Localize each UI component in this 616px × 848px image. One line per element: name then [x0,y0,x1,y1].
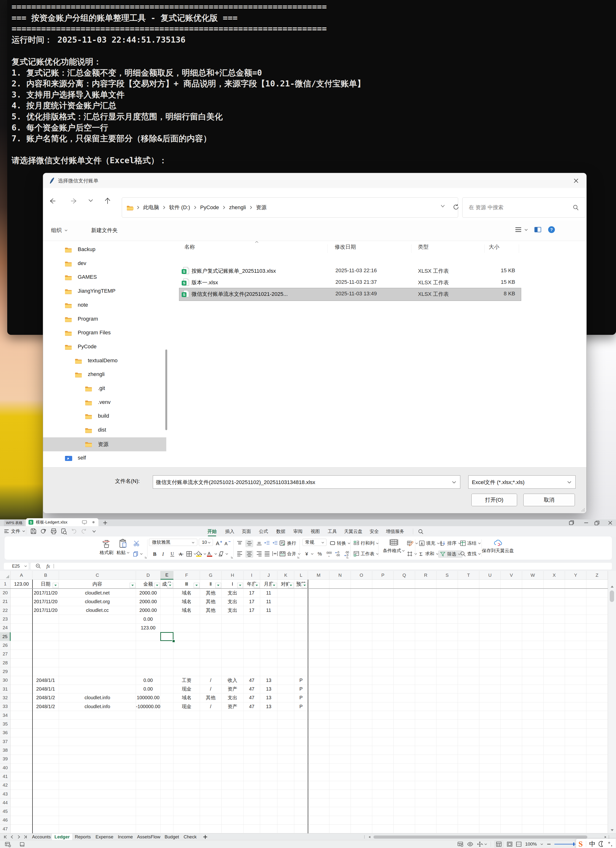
underline-button[interactable]: U [169,550,175,557]
cell-B34[interactable] [33,711,59,720]
cell-T40[interactable] [458,763,479,772]
filename-chevron-icon[interactable] [452,481,456,483]
cell-T24[interactable] [458,624,479,632]
cell-P31[interactable] [372,685,394,694]
cell-F38[interactable] [173,746,200,755]
cell-W1[interactable] [522,580,543,589]
cell-P26[interactable] [372,641,394,650]
cell-H26[interactable] [222,641,243,650]
cell-R47[interactable] [415,825,437,833]
cell-N43[interactable] [329,790,351,798]
cell-R29[interactable] [415,667,437,676]
cell-P25[interactable] [372,632,394,641]
cell-G45[interactable] [200,807,222,816]
cell-F20[interactable]: 域名 [173,589,200,597]
cell-R27[interactable] [415,650,437,658]
cell-W40[interactable] [522,763,543,772]
cell-S27[interactable] [437,650,458,658]
tree-scrollbar[interactable] [165,350,167,430]
cell-K45[interactable] [277,807,294,816]
cell-Z32[interactable] [586,694,608,702]
cell-A26[interactable] [10,641,33,650]
cell-E39[interactable] [160,755,173,763]
cell-H24[interactable] [222,624,243,632]
cell-R45[interactable] [415,807,437,816]
fill-button[interactable]: 填充 [419,540,440,547]
ribbon-tab-工具[interactable]: 工具 [328,526,337,537]
tree-item-note[interactable]: note [43,298,166,313]
cell-Y31[interactable] [565,685,586,694]
sum-button[interactable]: Σ求和 [419,550,439,557]
cell-L25[interactable] [294,632,308,641]
cell-N21[interactable] [329,597,351,606]
cell-G47[interactable] [200,825,222,833]
conditional-format-button[interactable]: 条件格式 [382,538,406,554]
cell-H32[interactable]: 支出 [222,694,243,702]
cell-T29[interactable] [458,667,479,676]
cell-U30[interactable] [479,676,501,685]
tree-item-GAMES[interactable]: GAMES [43,271,166,285]
cell-E33[interactable] [160,703,173,711]
cell-X44[interactable] [543,798,565,807]
cell-M42[interactable] [308,781,329,790]
cell-X27[interactable] [543,650,565,658]
cell-F32[interactable]: 域名 [173,694,200,702]
cell-C33[interactable]: cloudlet.info [59,703,136,711]
cell-P20[interactable] [372,589,394,597]
column-header-C[interactable]: C [59,571,136,580]
cell-B46[interactable] [33,816,59,825]
cell-J40[interactable] [260,763,277,772]
resize-grip[interactable] [581,508,585,512]
column-header-I[interactable]: I [243,571,260,580]
filter-dropdown-J[interactable] [271,583,277,588]
cell-X43[interactable] [543,790,565,798]
cell-P40[interactable] [372,763,394,772]
row-header-43[interactable]: 43 [0,790,10,798]
row-header-28[interactable]: 28 [0,658,10,667]
cell-G37[interactable] [200,737,222,746]
view-normal-button[interactable] [494,841,503,848]
row-header-30[interactable]: 30 [0,676,10,685]
cell-Q46[interactable] [394,816,415,825]
cell-V31[interactable] [501,685,522,694]
cell-E22[interactable] [160,606,173,615]
cell-P44[interactable] [372,798,394,807]
cell-U44[interactable] [479,798,501,807]
cell-E44[interactable] [160,798,173,807]
cell-U46[interactable] [479,816,501,825]
cell-G43[interactable] [200,790,222,798]
cell-O39[interactable] [351,755,372,763]
cell-F46[interactable] [173,816,200,825]
cell-N37[interactable] [329,737,351,746]
cell-K29[interactable] [277,667,294,676]
print-icon[interactable] [50,528,57,535]
row-header-46[interactable]: 46 [0,816,10,825]
cell-T46[interactable] [458,816,479,825]
cell-M41[interactable] [308,772,329,781]
row-header-24[interactable]: 24 [0,624,10,632]
cell-F37[interactable] [173,737,200,746]
cell-U20[interactable] [479,589,501,597]
cell-A20[interactable] [10,589,33,597]
cell-B44[interactable] [33,798,59,807]
cell-R31[interactable] [415,685,437,694]
ribbon-tab-页面[interactable]: 页面 [242,526,251,537]
cell-V34[interactable] [501,711,522,720]
cell-J45[interactable] [260,807,277,816]
cell-N29[interactable] [329,667,351,676]
cell-V38[interactable] [501,746,522,755]
cell-J36[interactable] [260,729,277,737]
cell-Z30[interactable] [586,676,608,685]
cell-A47[interactable] [10,825,33,833]
cell-J26[interactable] [260,641,277,650]
cell-H36[interactable] [222,729,243,737]
cell-N40[interactable] [329,763,351,772]
find-button[interactable]: 查找 [460,550,481,557]
cell-I45[interactable] [243,807,260,816]
cell-W47[interactable] [522,825,543,833]
cell-P35[interactable] [372,720,394,728]
cell-U1[interactable] [479,580,501,589]
filter-dropdown-I[interactable] [254,583,260,588]
cell-G40[interactable] [200,763,222,772]
sheet-tab-Budget[interactable]: Budget [162,833,181,840]
